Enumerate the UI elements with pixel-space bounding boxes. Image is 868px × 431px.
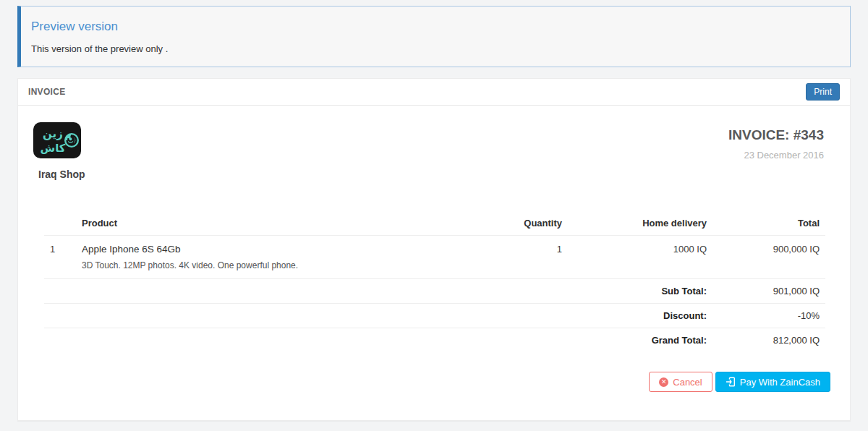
item-total: 900,000 IQ (712, 236, 825, 279)
discount-row: Discount: -10% (44, 304, 825, 328)
col-header-index (44, 213, 76, 236)
pay-with-zaincash-button[interactable]: Pay With ZainCash (715, 372, 830, 392)
cancel-button-label: Cancel (673, 377, 702, 388)
grand-total-row: Grand Total: 812,000 IQ (44, 328, 825, 353)
invoice-date: 23 December 2016 (728, 150, 824, 161)
cancel-circle-x-icon: ✕ (659, 377, 668, 387)
print-button[interactable]: Print (806, 83, 840, 101)
preview-banner: Preview version This version of the prev… (17, 6, 851, 67)
zaincash-logo-icon: زين كاش (33, 121, 82, 159)
item-product-description: 3D Touch. 12MP photos. 4K video. One pow… (82, 260, 475, 270)
card-title: INVOICE (28, 87, 65, 97)
merchant-name: Iraq Shop (38, 168, 85, 180)
invoice-items-table: Product Quantity Home delivery Total 1 A… (44, 213, 825, 352)
svg-text:كاش: كاش (40, 142, 65, 155)
grand-total-label: Grand Total: (568, 328, 712, 353)
item-product-name: Apple Iphone 6S 64Gb (82, 244, 475, 255)
item-home-delivery: 1000 IQ (568, 236, 712, 279)
table-row: 1 Apple Iphone 6S 64Gb 3D Touch. 12MP ph… (44, 236, 825, 279)
log-in-icon (726, 377, 736, 387)
discount-label: Discount: (568, 304, 712, 328)
item-index: 1 (44, 236, 76, 279)
subtotal-value: 901,000 IQ (712, 279, 825, 304)
subtotal-label: Sub Total: (568, 279, 712, 304)
table-header-row: Product Quantity Home delivery Total (44, 213, 825, 236)
banner-body: This version of the preview only . (31, 43, 840, 54)
merchant-block: زين كاش Iraq Shop (33, 121, 85, 180)
col-header-product: Product (76, 213, 481, 236)
item-product-cell: Apple Iphone 6S 64Gb 3D Touch. 12MP phot… (76, 236, 481, 279)
svg-text:زين: زين (43, 127, 63, 140)
invoice-card-body: زين كاش Iraq Shop INVOICE: #343 23 Decem… (18, 106, 850, 352)
action-buttons: ✕ Cancel Pay With ZainCash (649, 372, 830, 392)
col-header-home-delivery: Home delivery (568, 213, 712, 236)
invoice-card-header: INVOICE Print (18, 79, 850, 106)
discount-value: -10% (712, 304, 825, 328)
pay-button-label: Pay With ZainCash (740, 377, 820, 388)
grand-total-value: 812,000 IQ (712, 328, 825, 353)
col-header-quantity: Quantity (481, 213, 568, 236)
invoice-meta: INVOICE: #343 23 December 2016 (728, 121, 824, 161)
invoice-number: INVOICE: #343 (728, 127, 824, 143)
invoice-card: INVOICE Print زين كاش Iraq Shop INVOICE:… (17, 78, 851, 421)
cancel-button[interactable]: ✕ Cancel (649, 372, 712, 392)
banner-title: Preview version (31, 20, 840, 34)
subtotal-row: Sub Total: 901,000 IQ (44, 279, 825, 304)
col-header-total: Total (712, 213, 825, 236)
item-quantity: 1 (481, 236, 568, 279)
